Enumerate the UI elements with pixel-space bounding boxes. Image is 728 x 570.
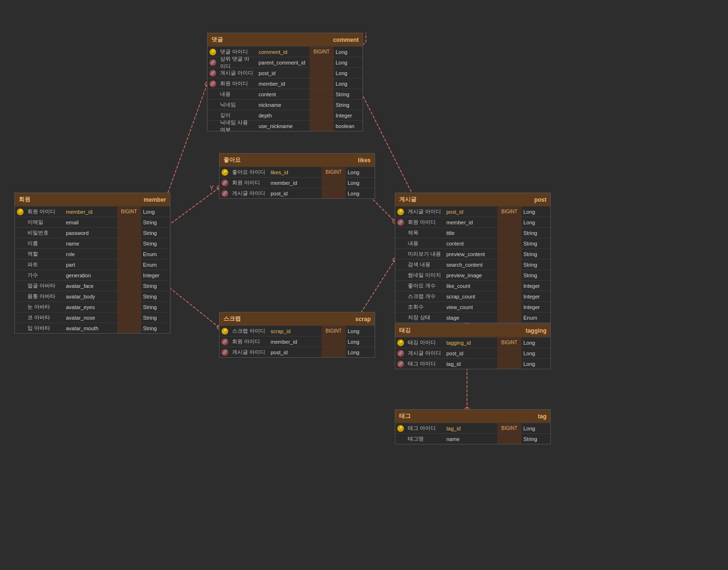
table-row: 썸네일 이미지 preview_image String [395, 270, 550, 280]
table-row: 조회수 view_count Integer [395, 301, 550, 312]
table-row: 미리보기 내용 preview_content String [395, 248, 550, 259]
table-row: 제목 title String [395, 227, 550, 238]
table-row: 🔗 회원 아이디 member_id Long [220, 336, 375, 347]
entity-member: 회원 member 🔑 회원 아이디 member_id BIGINT Long… [14, 193, 170, 334]
table-row: 몸통 아바타 avatar_body String [15, 291, 170, 301]
table-row: 얼굴 아바타 avatar_face String [15, 280, 170, 291]
table-row: 🔑 좋아요 아이디 likes_id BIGINT Long [220, 167, 375, 177]
entity-tagging-header: 태깅 tagging [395, 324, 550, 337]
entity-comment: 댓글 comment 🔑 댓글 아이디 comment_id BIGINT Lo… [207, 33, 363, 131]
entity-scrap-label-en: scrap [355, 316, 371, 323]
entity-comment-label-en: comment [333, 37, 359, 43]
entity-member-label-kr: 회원 [19, 195, 30, 204]
table-row: 🔗 회원 아이디 member_id Long [208, 78, 363, 89]
table-row: 내용 content String [208, 89, 363, 99]
entity-likes-label-kr: 좋아요 [223, 156, 241, 164]
svg-text:Y: Y [209, 184, 214, 192]
fk-icon: 🔗 [208, 80, 218, 87]
table-row: 태그명 name String [395, 433, 550, 444]
fk-icon: 🔗 [220, 180, 230, 186]
entity-tagging-label-kr: 태깅 [399, 326, 411, 335]
fk-icon: 🔗 [220, 190, 230, 197]
table-row: 가수 generation Integer [15, 270, 170, 280]
table-row: 파트 part Enum [15, 259, 170, 270]
table-row: 코 아바타 avatar_nose String [15, 312, 170, 323]
table-row: 🔑 태깅 아이디 tagging_id BIGINT Long [395, 337, 550, 348]
table-row: 🔗 상위 댓글 아이디 parent_comment_id Long [208, 57, 363, 67]
table-row: 🔗 태그 아이디 tag_id Long [395, 358, 550, 369]
table-row: 닉네임 nickname String [208, 99, 363, 110]
table-row: 좋아요 개수 like_count Integer [395, 280, 550, 291]
entity-tag-label-en: tag [538, 413, 546, 420]
entity-post: 게시글 post 🔑 게시글 아이디 post_id BIGINT Long 🔗… [395, 193, 551, 323]
entity-tagging-label-en: tagging [526, 327, 546, 334]
pk-icon: 🔑 [395, 339, 406, 346]
pk-icon: 🔑 [208, 49, 218, 55]
table-row: 🔗 게시글 아이디 post_id Long [395, 348, 550, 358]
pk-icon: 🔑 [220, 328, 230, 335]
entity-likes-label-en: likes [358, 157, 371, 164]
entity-scrap-label-kr: 스크랩 [223, 315, 241, 323]
entity-tag-header: 태그 tag [395, 410, 550, 423]
fk-icon: 🔗 [220, 349, 230, 356]
entity-tag: 태그 tag 🔑 태그 아이디 tag_id BIGINT Long 태그명 n… [395, 409, 551, 444]
table-row: 🔗 게시글 아이디 post_id Long [208, 67, 363, 78]
table-row: 눈 아바타 avatar_eyes String [15, 301, 170, 312]
entity-post-label-en: post [534, 196, 546, 203]
table-row: 역할 role Enum [15, 248, 170, 259]
table-row: 🔑 게시글 아이디 post_id BIGINT Long [395, 206, 550, 217]
entity-scrap: 스크랩 scrap 🔑 스크랩 아이디 scrap_id BIGINT Long… [219, 312, 375, 358]
pk-icon: 🔑 [15, 208, 26, 215]
table-row: 내용 content String [395, 238, 550, 248]
fk-icon: 🔗 [208, 59, 218, 66]
table-row: 닉네임 사용 여부 use_nickname boolean [208, 120, 363, 131]
pk-icon: 🔑 [220, 169, 230, 176]
fk-icon: 🔗 [208, 70, 218, 77]
table-row: 비밀번호 password String [15, 227, 170, 238]
table-row: 검색 내용 search_content String [395, 259, 550, 270]
entity-likes: 좋아요 likes 🔑 좋아요 아이디 likes_id BIGINT Long… [219, 153, 375, 199]
entity-member-header: 회원 member [15, 193, 170, 206]
fk-icon: 🔗 [395, 350, 406, 357]
erd-diagram: Y Y Y Y Y Y | | 댓글 comment 🔑 댓글 아이디 comm… [0, 0, 728, 570]
entity-post-header: 게시글 post [395, 193, 550, 206]
entity-scrap-header: 스크랩 scrap [220, 312, 375, 325]
entity-post-label-kr: 게시글 [399, 195, 416, 204]
table-row: 🔑 스크랩 아이디 scrap_id BIGINT Long [220, 325, 375, 336]
entity-member-label-en: member [143, 196, 166, 203]
table-row: 🔑 태그 아이디 tag_id BIGINT Long [395, 423, 550, 433]
entity-tag-label-kr: 태그 [399, 412, 411, 420]
table-row: 🔗 게시글 아이디 post_id Long [220, 188, 375, 198]
table-row: 🔗 회원 아이디 member_id Long [220, 177, 375, 188]
table-row: 🔑 회원 아이디 member_id BIGINT Long [15, 206, 170, 217]
entity-tagging: 태깅 tagging 🔑 태깅 아이디 tagging_id BIGINT Lo… [395, 324, 551, 369]
table-row: 🔗 게시글 아이디 post_id Long [220, 347, 375, 357]
pk-icon: 🔑 [395, 425, 406, 432]
table-row: 입 아바타 avatar_mouth String [15, 323, 170, 333]
fk-icon: 🔗 [220, 338, 230, 345]
entity-comment-label-kr: 댓글 [211, 36, 223, 44]
fk-icon: 🔗 [395, 361, 406, 367]
fk-icon: 🔗 [395, 219, 406, 226]
pk-icon: 🔑 [395, 208, 406, 215]
table-row: 저장 상태 stage Enum [395, 312, 550, 323]
entity-likes-header: 좋아요 likes [220, 154, 375, 167]
entity-comment-header: 댓글 comment [208, 33, 363, 46]
table-row: 이름 name String [15, 238, 170, 248]
table-row: 🔗 회원 아이디 member_id Long [395, 217, 550, 227]
table-row: 스크랩 개수 scrap_count Integer [395, 291, 550, 301]
table-row: 이메일 email String [15, 217, 170, 227]
